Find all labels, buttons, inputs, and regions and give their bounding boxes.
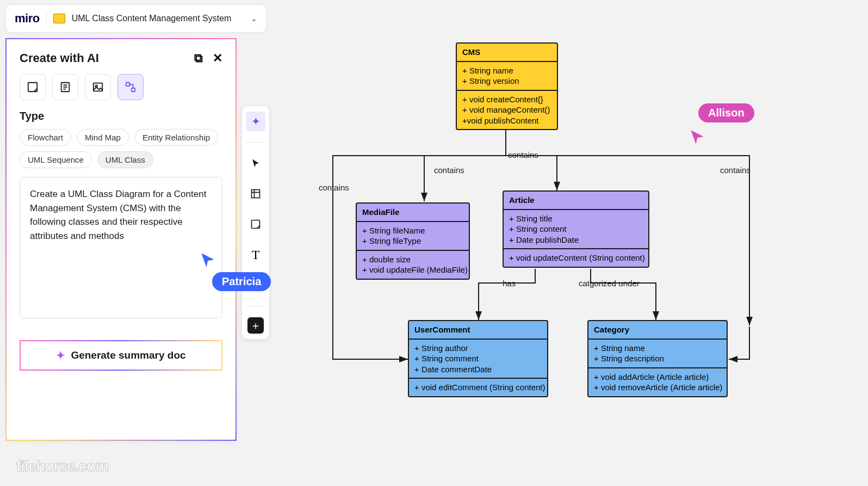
uml-methods: + void addArticle (Article article) + vo… <box>588 367 727 396</box>
uml-methods: + double size + void updateFile (MediaFi… <box>357 250 469 279</box>
divider <box>46 11 47 26</box>
edge-label-contains: contains <box>432 165 467 175</box>
edge-label-categorized-under: catgorized under <box>576 279 642 288</box>
mode-tile-sticky[interactable] <box>20 74 46 100</box>
edge-label-contains: contains <box>718 165 753 175</box>
uml-class-usercomment[interactable]: UserComment + String author + String com… <box>408 320 548 397</box>
uml-attributes: + String fileName + String fileType <box>357 221 469 250</box>
uml-methods: + void updateContent (String content) <box>504 248 648 267</box>
presence-cursor-allison: Allison <box>698 103 754 122</box>
presence-cursor-patricia: Patricia <box>212 272 271 291</box>
tool-frame[interactable] <box>246 184 265 204</box>
chip-mindmap[interactable]: Mind Map <box>77 129 129 146</box>
chip-entity-relationship[interactable]: Entity Relationship <box>134 129 218 146</box>
generate-summary-doc-button[interactable]: ✦ Generate summary doc <box>20 340 222 371</box>
uml-class-name: CMS <box>457 44 557 61</box>
svg-rect-8 <box>132 88 135 91</box>
vertical-toolbar: ✦ T ＋ <box>242 106 269 339</box>
toolbar-separator <box>245 306 266 306</box>
svg-rect-5 <box>94 83 103 91</box>
folder-icon <box>53 14 65 23</box>
uml-class-name: Category <box>588 321 727 339</box>
edge-label-contains: contains <box>506 150 541 159</box>
chip-flowchart[interactable]: Flowchart <box>20 129 71 146</box>
chevron-down-icon[interactable]: ⌄ <box>251 14 257 23</box>
uml-class-name: MediaFile <box>357 204 469 221</box>
create-with-ai-panel: Create with AI ⧉ ✕ Type Flowchart Mind M… <box>5 38 237 441</box>
tool-ai[interactable]: ✦ <box>246 112 265 131</box>
uml-class-mediafile[interactable]: MediaFile + String fileName + String fil… <box>356 202 470 280</box>
uml-class-name: Article <box>504 192 648 209</box>
generate-button-label: Generate summary doc <box>71 349 185 361</box>
ai-mode-tiles <box>20 74 222 100</box>
board-name[interactable]: UML Class Content Management System <box>72 14 244 23</box>
board-header: miro UML Class Content Management System… <box>5 4 266 33</box>
ai-panel-title: Create with AI <box>20 51 99 65</box>
close-icon[interactable]: ✕ <box>213 51 222 65</box>
edge-label-contains: contains <box>317 183 351 192</box>
uml-attributes: + String author + String comment + Date … <box>409 339 547 378</box>
sparkle-icon: ✦ <box>56 349 65 362</box>
type-label: Type <box>20 110 222 122</box>
uml-attributes: + String title + String content + Date p… <box>504 209 648 249</box>
svg-rect-9 <box>252 190 260 198</box>
uml-attributes: + String name + String description <box>588 339 727 367</box>
mode-tile-diagram[interactable] <box>117 74 144 100</box>
popout-icon[interactable]: ⧉ <box>194 51 203 65</box>
uml-methods: + void editComment (String content) <box>409 378 547 396</box>
toolbar-separator <box>245 142 266 143</box>
type-chips: Flowchart Mind Map Entity Relationship U… <box>20 129 222 168</box>
uml-class-category[interactable]: Category + String name + String descript… <box>587 320 728 397</box>
tool-text[interactable]: T <box>246 245 265 264</box>
tool-cursor[interactable] <box>246 153 265 173</box>
uml-class-cms[interactable]: CMS + String name + String version + voi… <box>456 42 558 130</box>
tool-add[interactable]: ＋ <box>247 317 264 334</box>
chip-uml-class[interactable]: UML Class <box>97 151 153 168</box>
mode-tile-document[interactable] <box>52 74 78 100</box>
miro-logo: miro <box>15 11 40 26</box>
tool-sticky[interactable] <box>246 214 265 234</box>
mode-tile-image[interactable] <box>85 74 111 100</box>
svg-rect-7 <box>126 83 129 86</box>
uml-attributes: + String name + String version <box>457 61 557 90</box>
chip-uml-sequence[interactable]: UML Sequence <box>20 151 92 168</box>
uml-class-name: UserComment <box>409 321 547 339</box>
ai-prompt-input[interactable]: Create a UML Class Diagram for a Content… <box>20 177 222 318</box>
watermark: filehorse.com <box>16 458 108 475</box>
uml-class-article[interactable]: Article + String title + String content … <box>503 190 649 268</box>
uml-methods: + void createContent{} + void manageCont… <box>457 90 557 130</box>
edge-label-has: has <box>500 279 518 288</box>
